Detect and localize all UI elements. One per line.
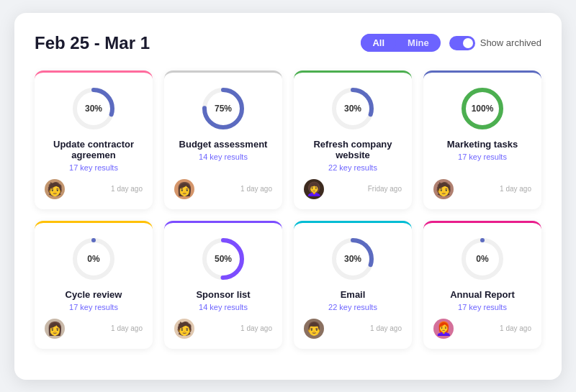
filter-group: All Mine (361, 34, 440, 52)
card-time: 1 day ago (240, 185, 272, 193)
card-key-results: 22 key results (328, 163, 377, 172)
card-footer: 🧑 1 day ago (45, 179, 143, 199)
percent-text: 50% (215, 254, 232, 264)
card-key-results: 17 key results (458, 152, 507, 161)
card-key-results: 17 key results (458, 303, 507, 311)
filter-mine-button[interactable]: Mine (396, 34, 441, 52)
card-title: Refresh company website (304, 139, 402, 160)
avatar: 👩‍🦱 (304, 179, 324, 199)
card-footer: 🧑 1 day ago (174, 319, 272, 339)
progress-ring: 30% (71, 86, 117, 132)
card-footer: 👩 1 day ago (174, 179, 272, 199)
card-key-results: 22 key results (328, 303, 377, 311)
page-title: Feb 25 - Mar 1 (35, 33, 150, 53)
card-footer: 👩 1 day ago (45, 319, 143, 339)
show-archived-toggle[interactable]: Show archived (449, 36, 541, 50)
card-time: Friday ago (368, 185, 402, 193)
card-title: Annual Report (450, 289, 515, 300)
card-title: Marketing tasks (447, 139, 518, 150)
avatar: 🧑 (174, 319, 194, 339)
percent-text: 75% (215, 104, 232, 114)
progress-ring: 0% (459, 236, 505, 282)
card-card-6[interactable]: 50% Sponsor list 14 key results 🧑 1 day … (164, 221, 282, 349)
card-time: 1 day ago (370, 324, 402, 332)
card-card-8[interactable]: 0% Annual Report 17 key results 👩‍🦰 1 da… (423, 221, 541, 349)
progress-ring: 0% (71, 236, 117, 282)
card-card-2[interactable]: 75% Budget assessment 14 key results 👩 1… (164, 70, 282, 209)
percent-text: 30% (85, 104, 102, 114)
progress-ring: 30% (330, 86, 376, 132)
card-time: 1 day ago (111, 324, 143, 332)
card-card-7[interactable]: 30% Email 22 key results 👨 1 day ago (294, 221, 412, 349)
card-time: 1 day ago (240, 324, 272, 332)
toggle-switch[interactable] (449, 36, 475, 50)
percent-text: 100% (472, 104, 494, 114)
toggle-label: Show archived (480, 37, 541, 48)
avatar: 🧑 (45, 179, 65, 199)
card-footer: 👩‍🦱 Friday ago (304, 179, 402, 199)
progress-ring: 75% (200, 86, 246, 132)
avatar: 👩 (174, 179, 194, 199)
progress-ring: 100% (459, 86, 505, 132)
avatar: 👨 (304, 319, 324, 339)
card-card-4[interactable]: 100% Marketing tasks 17 key results 🧑 1 … (423, 70, 541, 209)
card-title: Cycle review (66, 289, 122, 300)
header-controls: All Mine Show archived (361, 34, 541, 52)
card-title: Sponsor list (196, 289, 250, 300)
card-time: 1 day ago (500, 324, 531, 332)
card-footer: 🧑 1 day ago (433, 179, 531, 199)
card-key-results: 14 key results (199, 303, 248, 311)
card-key-results: 14 key results (199, 152, 248, 161)
card-card-3[interactable]: 30% Refresh company website 22 key resul… (294, 70, 412, 209)
card-footer: 👩‍🦰 1 day ago (433, 319, 531, 339)
card-key-results: 17 key results (69, 163, 118, 172)
avatar: 👩‍🦰 (433, 319, 454, 339)
percent-text: 30% (344, 104, 361, 114)
progress-ring: 50% (200, 236, 246, 282)
percent-text: 30% (344, 254, 361, 264)
card-card-1[interactable]: 30% Update contractor agreemen 17 key re… (35, 70, 153, 209)
cards-grid: 30% Update contractor agreemen 17 key re… (35, 70, 541, 349)
card-footer: 👨 1 day ago (304, 319, 402, 339)
card-title: Update contractor agreemen (45, 139, 143, 160)
card-time: 1 day ago (500, 185, 531, 193)
card-title: Budget assessment (179, 139, 268, 150)
percent-text: 0% (476, 254, 488, 264)
percent-text: 0% (87, 254, 99, 264)
filter-all-button[interactable]: All (361, 34, 396, 52)
avatar: 🧑 (433, 179, 454, 199)
header: Feb 25 - Mar 1 All Mine Show archived (35, 33, 541, 53)
card-card-5[interactable]: 0% Cycle review 17 key results 👩 1 day a… (35, 221, 153, 349)
avatar: 👩 (45, 319, 65, 339)
card-title: Email (341, 289, 366, 300)
app-container: Feb 25 - Mar 1 All Mine Show archived 30… (14, 13, 562, 380)
card-key-results: 17 key results (69, 303, 118, 311)
card-time: 1 day ago (111, 185, 143, 193)
progress-ring: 30% (330, 236, 376, 282)
